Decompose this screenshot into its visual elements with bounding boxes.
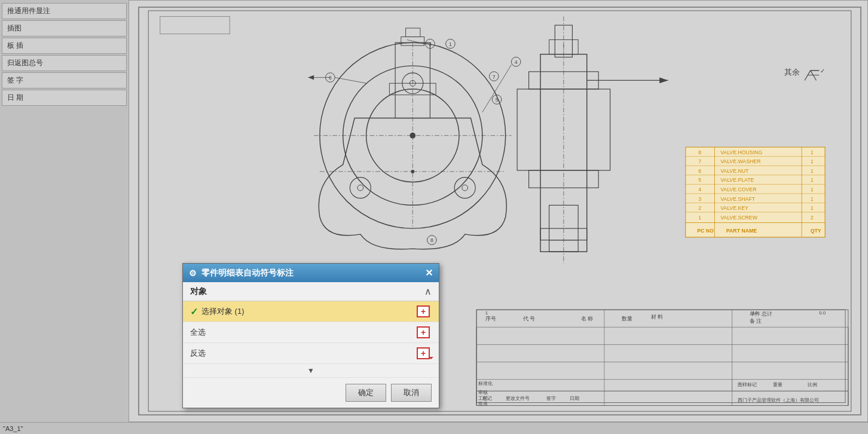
confirm-button[interactable]: 确定 bbox=[346, 384, 386, 402]
svg-line-53 bbox=[805, 71, 811, 81]
dialog-row-select-object[interactable]: ✓ 选择对象 (1) bbox=[183, 301, 439, 322]
svg-text:VALVE.NUT: VALVE.NUT bbox=[720, 168, 749, 174]
svg-line-20 bbox=[407, 39, 424, 44]
svg-text:其余: 其余 bbox=[784, 68, 800, 77]
svg-line-54 bbox=[811, 71, 817, 81]
gear-icon: ⚙ bbox=[189, 268, 197, 278]
select-all-label: 全选 bbox=[190, 327, 415, 338]
svg-text:比例: 比例 bbox=[808, 382, 817, 387]
svg-text:5: 5 bbox=[698, 177, 701, 183]
invert-icon-container bbox=[415, 347, 432, 360]
svg-text:3: 3 bbox=[698, 196, 701, 202]
dialog-close-button[interactable]: ✕ bbox=[425, 267, 433, 279]
svg-text:7: 7 bbox=[493, 74, 496, 80]
select-all-icon-container bbox=[415, 326, 432, 339]
crosshair-invert-button[interactable] bbox=[417, 347, 430, 359]
crosshair-all-button[interactable] bbox=[417, 326, 430, 338]
svg-text:名 称: 名 称 bbox=[581, 316, 593, 322]
status-label: "A3_1" bbox=[3, 425, 23, 432]
svg-text:PC NO: PC NO bbox=[697, 228, 714, 234]
svg-point-8 bbox=[350, 178, 371, 198]
svg-marker-34 bbox=[308, 75, 314, 80]
cancel-button[interactable]: 取消 bbox=[391, 384, 432, 402]
svg-text:代 号: 代 号 bbox=[522, 316, 535, 322]
dropdown-arrow-icon[interactable]: ▼ bbox=[307, 366, 314, 375]
svg-text:2: 2 bbox=[698, 205, 701, 211]
svg-text:工艺: 工艺 bbox=[478, 396, 488, 401]
svg-text:批准: 批准 bbox=[478, 401, 488, 407]
svg-text:签字: 签字 bbox=[546, 396, 556, 401]
svg-text:1: 1 bbox=[811, 158, 814, 164]
svg-text:图样标记: 图样标记 bbox=[738, 382, 757, 387]
crosshair-select-button[interactable] bbox=[417, 305, 430, 317]
svg-text:VALVE.COVER: VALVE.COVER bbox=[720, 187, 756, 192]
svg-text:VALVE.PLATE: VALVE.PLATE bbox=[720, 177, 754, 183]
dialog-body: 对象 ∧ ✓ 选择对象 (1) 全选 反选 bbox=[183, 282, 439, 408]
sidebar-item-sign[interactable]: 签 字 bbox=[2, 72, 127, 88]
dialog-row-invert[interactable]: 反选 bbox=[183, 343, 439, 364]
svg-text:VALVE.HOUSING: VALVE.HOUSING bbox=[720, 149, 762, 155]
svg-text:1: 1 bbox=[485, 310, 488, 316]
section-collapse-button[interactable]: ∧ bbox=[424, 286, 432, 297]
svg-text:1: 1 bbox=[698, 215, 701, 221]
dialog-footer: 确定 取消 bbox=[183, 378, 439, 408]
svg-text:1: 1 bbox=[811, 205, 814, 211]
dialog-titlebar: ⚙ 零件明细表自动符号标注 ✕ bbox=[183, 264, 439, 282]
svg-text:材 料: 材 料 bbox=[650, 314, 663, 320]
sidebar-item-insert[interactable]: 插图 bbox=[2, 20, 127, 36]
select-icon-container bbox=[415, 305, 432, 318]
svg-text:西门子产品管理软件（上海）有限公司: 西门子产品管理软件（上海）有限公司 bbox=[738, 398, 819, 403]
svg-text:1: 1 bbox=[811, 187, 814, 192]
svg-rect-17 bbox=[406, 28, 420, 37]
svg-line-25 bbox=[482, 65, 512, 112]
svg-text:4: 4 bbox=[698, 187, 701, 192]
svg-text:QTY: QTY bbox=[811, 228, 821, 234]
svg-text:2: 2 bbox=[811, 215, 814, 221]
svg-text:3: 3 bbox=[429, 41, 432, 47]
select-object-label: 选择对象 (1) bbox=[201, 306, 415, 317]
sidebar: 推通用件显注 插图 板 插 归返图总号 签 字 日 期 bbox=[0, 0, 129, 434]
svg-text:6: 6 bbox=[698, 168, 701, 174]
svg-text:1: 1 bbox=[811, 177, 814, 183]
svg-text:4: 4 bbox=[515, 59, 518, 65]
svg-point-11 bbox=[462, 185, 468, 191]
svg-text:VALVE.SHAFT: VALVE.SHAFT bbox=[720, 196, 756, 202]
sidebar-item-general[interactable]: 推通用件显注 bbox=[2, 3, 127, 19]
svg-text:重量: 重量 bbox=[773, 382, 783, 387]
svg-text:备 注: 备 注 bbox=[750, 318, 762, 324]
svg-text:6: 6 bbox=[329, 75, 332, 81]
sidebar-item-date[interactable]: 日 期 bbox=[2, 90, 127, 106]
svg-point-10 bbox=[454, 178, 475, 198]
svg-text:更改文件号: 更改文件号 bbox=[506, 396, 530, 401]
svg-rect-131 bbox=[160, 17, 230, 34]
svg-text:PART NAME: PART NAME bbox=[726, 228, 757, 234]
svg-text:8: 8 bbox=[430, 237, 433, 243]
dropdown-row[interactable]: ▼ bbox=[183, 364, 439, 378]
svg-text:1: 1 bbox=[811, 168, 814, 174]
checkmark-icon: ✓ bbox=[190, 306, 198, 317]
dialog-title: 零件明细表自动符号标注 bbox=[201, 268, 294, 279]
svg-text:序号: 序号 bbox=[485, 316, 496, 322]
dialog-row-select-all[interactable]: 全选 bbox=[183, 322, 439, 343]
svg-text:5: 5 bbox=[496, 97, 499, 103]
svg-text:7: 7 bbox=[698, 158, 701, 164]
svg-text:1: 1 bbox=[449, 41, 452, 47]
svg-text:VALVE.WASHER: VALVE.WASHER bbox=[720, 158, 760, 164]
svg-text:数量: 数量 bbox=[622, 316, 632, 322]
svg-marker-47 bbox=[659, 78, 668, 84]
svg-text:审核: 审核 bbox=[478, 390, 488, 395]
svg-text:8: 8 bbox=[698, 149, 701, 155]
status-bar: "A3_1" bbox=[0, 422, 868, 434]
svg-text:✓: ✓ bbox=[820, 68, 825, 74]
svg-text:1: 1 bbox=[811, 149, 814, 155]
svg-text:VALVE.KEY: VALVE.KEY bbox=[720, 205, 748, 211]
sidebar-item-return[interactable]: 归返图总号 bbox=[2, 55, 127, 71]
invert-label: 反选 bbox=[190, 348, 415, 359]
dialog: ⚙ 零件明细表自动符号标注 ✕ 对象 ∧ ✓ 选择对象 (1) 全选 bbox=[182, 263, 439, 408]
sidebar-item-board[interactable]: 板 插 bbox=[2, 38, 127, 54]
section-label: 对象 bbox=[190, 286, 207, 297]
svg-line-32 bbox=[335, 78, 366, 84]
svg-text:VALVE.SCREW: VALVE.SCREW bbox=[720, 215, 758, 221]
svg-point-9 bbox=[357, 185, 363, 191]
svg-rect-1 bbox=[476, 310, 845, 402]
